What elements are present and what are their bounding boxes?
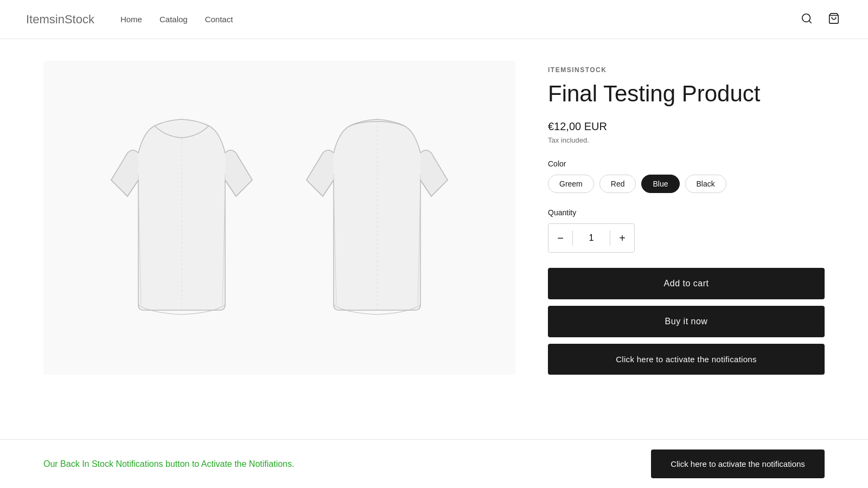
header-icons [799, 10, 842, 28]
notify-button[interactable]: Click here to activate the notifications [548, 344, 825, 375]
quantity-decrease-button[interactable]: − [548, 224, 572, 252]
color-greem[interactable]: Greem [548, 175, 594, 193]
tshirt-front-svg [95, 110, 269, 326]
color-label: Color [548, 159, 825, 168]
quantity-input[interactable] [573, 233, 610, 243]
tshirt-back-svg [290, 110, 464, 326]
header: ItemsinStock Home Catalog Contact [0, 0, 868, 39]
search-button[interactable] [799, 10, 815, 28]
main-content: ITEMSINSTOCK Final Testing Product €12,0… [0, 39, 868, 396]
product-price: €12,00 EUR [548, 120, 825, 133]
color-blue[interactable]: Blue [641, 175, 679, 193]
nav-home[interactable]: Home [120, 15, 142, 24]
product-info: ITEMSINSTOCK Final Testing Product €12,0… [548, 61, 825, 375]
buy-now-button[interactable]: Buy it now [548, 306, 825, 337]
color-black[interactable]: Black [685, 175, 726, 193]
tshirt-images [95, 110, 464, 326]
brand-label: ITEMSINSTOCK [548, 66, 825, 74]
nav-catalog[interactable]: Catalog [159, 15, 188, 24]
color-red[interactable]: Red [599, 175, 636, 193]
quantity-label: Quantity [548, 208, 825, 217]
main-nav: Home Catalog Contact [120, 15, 799, 24]
product-title: Final Testing Product [548, 80, 825, 107]
tshirt-front [95, 110, 269, 326]
logo[interactable]: ItemsinStock [26, 12, 94, 27]
svg-line-1 [809, 21, 811, 23]
quantity-increase-button[interactable]: + [610, 224, 634, 252]
search-icon [801, 12, 813, 24]
cart-icon [828, 12, 840, 24]
add-to-cart-button[interactable]: Add to cart [548, 268, 825, 299]
cart-button[interactable] [826, 10, 842, 28]
nav-contact[interactable]: Contact [205, 15, 233, 24]
color-options: Greem Red Blue Black [548, 175, 825, 193]
tshirt-back [290, 110, 464, 326]
quantity-control: − + [548, 223, 635, 253]
product-gallery [43, 61, 515, 375]
tax-note: Tax included. [548, 136, 825, 144]
